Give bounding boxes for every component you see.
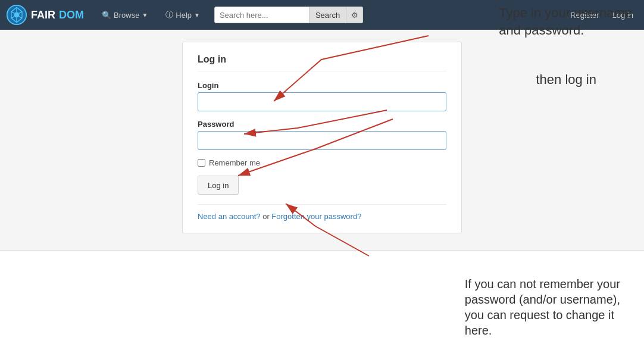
bottom-section [0, 250, 644, 356]
password-label: Password [198, 120, 446, 129]
brand-logo-icon [6, 4, 27, 26]
svg-point-2 [14, 13, 20, 18]
login-card-title: Log in [198, 54, 446, 71]
password-input[interactable] [198, 131, 446, 150]
login-field-group: Login [198, 81, 446, 111]
forgotten-password-link[interactable]: Forgotten your password? [271, 212, 361, 221]
login-links: Need an account? or Forgotten your passw… [198, 204, 446, 221]
need-account-link[interactable]: Need an account? [198, 212, 261, 221]
browse-menu[interactable]: 🔍 Browse ▼ [96, 7, 154, 23]
login-card: Log in Login Password Remember me Log in… [182, 42, 462, 233]
search-button[interactable]: Search [310, 7, 346, 23]
browse-caret-icon: ▼ [142, 12, 148, 18]
main-content: Log in Login Password Remember me Log in… [0, 30, 644, 250]
help-label: Help [176, 11, 192, 20]
remember-me-checkbox[interactable] [198, 159, 205, 167]
register-link[interactable]: Register [565, 7, 604, 23]
navbar-right: Register Log in [565, 7, 638, 23]
search-settings-icon[interactable]: ⚙ [346, 7, 363, 23]
search-input[interactable] [214, 7, 310, 23]
login-link[interactable]: Log in [608, 7, 638, 23]
brand-dom: DOM [59, 9, 84, 21]
or-text: or [262, 212, 271, 221]
remember-me-label: Remember me [209, 158, 260, 167]
brand-logo-link[interactable]: FAIRDOM [6, 4, 84, 26]
login-button[interactable]: Log in [198, 176, 239, 195]
login-input[interactable] [198, 92, 446, 111]
help-icon: ⓘ [165, 10, 173, 20]
password-field-group: Password [198, 120, 446, 150]
help-caret-icon: ▼ [194, 12, 200, 18]
help-menu[interactable]: ⓘ Help ▼ [160, 6, 206, 24]
navbar: FAIRDOM 🔍 Browse ▼ ⓘ Help ▼ Search ⚙ Reg… [0, 0, 644, 30]
browse-label: Browse [114, 11, 139, 20]
login-label: Login [198, 81, 446, 90]
search-small-icon: 🔍 [102, 11, 111, 20]
search-form: Search ⚙ [214, 7, 363, 23]
remember-me-group: Remember me [198, 158, 446, 167]
brand-fair: FAIR [31, 9, 55, 21]
